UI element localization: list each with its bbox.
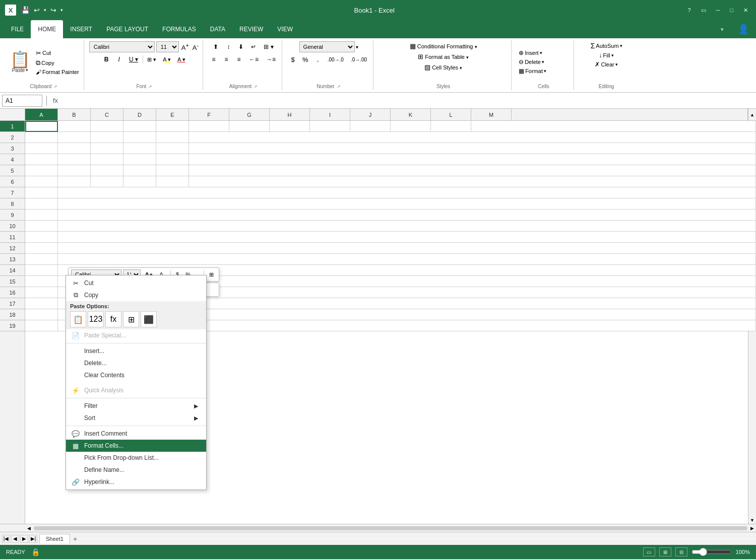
row-number-17[interactable]: 17 [0,298,25,309]
ctx-filter[interactable]: Filter ▶ [66,400,206,412]
font-family-select[interactable]: Calibri [89,41,155,52]
ctx-clear-contents[interactable]: Clear Contents [66,369,206,381]
formula-input[interactable] [62,95,754,107]
ribbon-search[interactable]: ▾ [714,20,731,38]
cell-G1[interactable] [229,121,270,132]
row-number-1[interactable]: 1 [0,121,25,132]
increase-decimal-button[interactable]: .0→.00 [348,54,370,65]
format-as-table-button[interactable]: ⊞ Format as Table ▾ [416,52,471,61]
cell-A19[interactable] [25,320,58,331]
cell-D6[interactable] [123,176,156,187]
maximize-button[interactable]: □ [727,6,736,14]
redo-button[interactable]: ↪ [49,5,57,15]
col-header-B[interactable]: B [58,109,91,120]
ctx-format-cells[interactable]: ▦ Format Cells... [66,440,206,452]
row-number-11[interactable]: 11 [0,232,25,243]
col-header-C[interactable]: C [91,109,123,120]
cell-A2[interactable] [25,132,58,143]
cell-C1[interactable] [91,121,123,132]
copy-button[interactable]: ⧉ Copy [34,58,81,67]
cell-C5[interactable] [91,165,123,176]
paste-option-3[interactable]: fx [105,311,121,327]
format-painter-button[interactable]: 🖌 Format Painter [34,68,81,76]
cell-D1[interactable] [123,121,156,132]
col-header-I[interactable]: I [310,109,350,120]
cell-A3[interactable] [25,143,58,154]
cell-A12[interactable] [25,243,58,254]
tab-file[interactable]: FILE [4,20,31,38]
cell-E6[interactable] [156,176,189,187]
align-right-button[interactable]: ≡ [233,54,244,65]
cell-A5[interactable] [25,165,58,176]
add-sheet-button[interactable]: + [70,535,80,543]
align-top-button[interactable]: ⬆ [210,41,221,52]
cell-C2[interactable] [91,132,123,143]
number-expand-icon[interactable]: ↗ [337,84,341,89]
font-color-button[interactable]: A ▾ [175,54,188,65]
tab-home[interactable]: HOME [31,20,63,38]
scroll-right-button[interactable]: ▶ [748,526,756,531]
clipboard-expand-icon[interactable]: ↗ [53,84,57,89]
account-button[interactable]: 👤 [731,20,756,38]
ctx-delete[interactable]: Delete... [66,357,206,369]
cell-B4[interactable] [58,154,91,165]
col-header-J[interactable]: J [350,109,391,120]
cell-C3[interactable] [91,143,123,154]
currency-button[interactable]: $ [287,54,298,65]
delete-cells-button[interactable]: ⊖ Delete ▾ [517,58,548,66]
tab-data[interactable]: DATA [203,20,232,38]
cell-A18[interactable] [25,309,58,320]
align-center-button[interactable]: ≡ [221,54,232,65]
cell-M1[interactable] [471,121,756,132]
fill-color-button[interactable]: A ▾ [160,54,173,65]
col-header-K[interactable]: K [391,109,431,120]
sheet-nav-last[interactable]: ▶| [29,535,37,543]
row-number-15[interactable]: 15 [0,276,25,287]
cell-rest3[interactable] [189,143,756,154]
cell-C6[interactable] [91,176,123,187]
scroll-up-button[interactable]: ▲ [748,109,756,120]
cell-A4[interactable] [25,154,58,165]
font-size-select[interactable]: 11 [156,41,179,52]
alignment-expand-icon[interactable]: ↗ [254,84,258,89]
ctx-hyperlink[interactable]: 🔗 Hyperlink... [66,476,206,488]
tab-review[interactable]: REVIEW [232,20,270,38]
col-header-M[interactable]: M [471,109,512,120]
ctx-insert[interactable]: Insert... [66,345,206,357]
zoom-slider[interactable] [691,548,732,556]
cell-C4[interactable] [91,154,123,165]
name-box[interactable]: A1 [2,95,42,107]
row-number-5[interactable]: 5 [0,165,25,176]
row-number-6[interactable]: 6 [0,176,25,187]
cell-rest2[interactable] [189,132,756,143]
cell-rest7[interactable] [58,187,756,198]
cell-B2[interactable] [58,132,91,143]
cell-B3[interactable] [58,143,91,154]
ctx-cut[interactable]: ✂ Cut [66,277,206,289]
decrease-indent-button[interactable]: ←≡ [246,54,262,65]
paste-option-2[interactable]: 123 [88,311,104,327]
row-number-10[interactable]: 10 [0,221,25,232]
row-number-13[interactable]: 13 [0,254,25,265]
format-cells-button[interactable]: ▦ Format ▾ [517,67,548,75]
row-number-9[interactable]: 9 [0,209,25,221]
scroll-down-button[interactable]: ▼ [748,331,756,524]
undo-dropdown[interactable]: ▾ [43,7,47,14]
col-header-D[interactable]: D [123,109,156,120]
cell-rest9[interactable] [58,209,756,221]
cell-A16[interactable] [25,287,58,298]
decrease-decimal-button[interactable]: .00→.0 [325,54,347,65]
sheet-nav-next[interactable]: ▶ [20,535,28,543]
save-button[interactable]: 💾 [20,5,31,15]
cell-H1[interactable] [270,121,310,132]
cell-A15[interactable] [25,276,58,287]
sheet-nav-first[interactable]: |◀ [2,535,10,543]
row-number-16[interactable]: 16 [0,287,25,298]
tab-formulas[interactable]: FORMULAS [155,20,203,38]
col-header-E[interactable]: E [156,109,189,120]
row-number-4[interactable]: 4 [0,154,25,165]
ctx-define-name[interactable]: Define Name... [66,464,206,476]
row-number-3[interactable]: 3 [0,143,25,154]
mini-border[interactable]: ⊞ [207,269,216,280]
cell-A9[interactable] [25,209,58,221]
